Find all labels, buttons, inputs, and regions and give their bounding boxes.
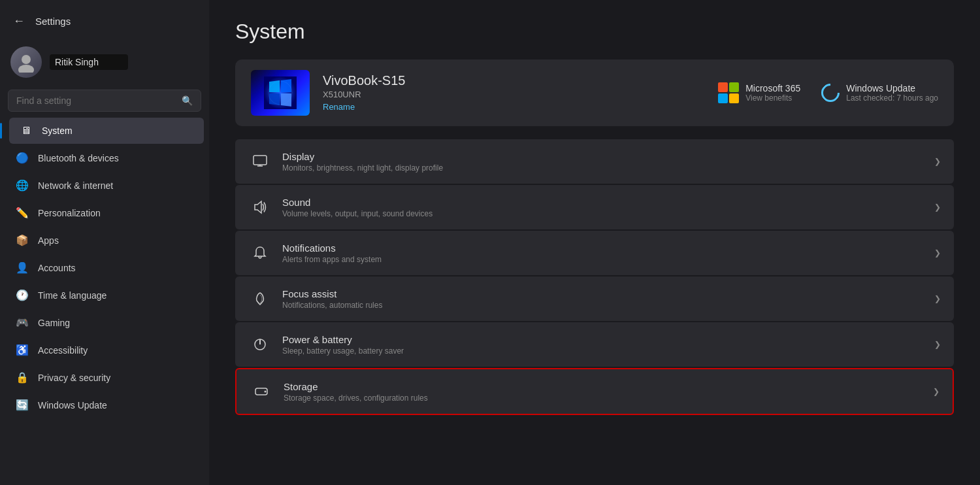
sidebar-title: Settings (35, 16, 71, 27)
pc-name: VivoBook-S15 (323, 73, 705, 88)
avatar-image (10, 46, 42, 78)
user-name[interactable]: Ritik Singh (50, 54, 128, 70)
back-button[interactable]: ← (10, 12, 27, 31)
microsoft365-sub[interactable]: View benefits (745, 93, 800, 103)
svg-rect-4 (253, 156, 267, 165)
sidebar-item-apps[interactable]: 📦 Apps (5, 227, 204, 254)
bluetooth-icon: 🔵 (16, 152, 29, 164)
sidebar-item-label-accessibility: Accessibility (38, 345, 88, 356)
windows-update-icon: 🔄 (16, 399, 29, 411)
notifications-icon (248, 241, 272, 265)
avatar (10, 46, 42, 78)
windows-update-text: Windows Update Last checked: 7 hours ago (846, 83, 938, 103)
setting-display-name: Display (282, 151, 934, 162)
microsoft365-text: Microsoft 365 View benefits (745, 83, 800, 103)
setting-item-focus-assist[interactable]: Focus assist Notifications, automatic ru… (235, 276, 954, 321)
settings-list: Display Monitors, brightness, night ligh… (235, 139, 954, 415)
storage-icon (250, 380, 273, 403)
setting-item-power[interactable]: Power & battery Sleep, battery usage, ba… (235, 322, 954, 367)
pc-info: VivoBook-S15 X510UNR Rename (323, 73, 705, 112)
power-icon (248, 333, 272, 356)
apps-icon: 📦 (16, 234, 29, 246)
sidebar-item-label-time: Time & language (38, 290, 106, 301)
svg-point-1 (18, 65, 34, 73)
page-title: System (235, 20, 954, 44)
setting-item-notifications[interactable]: Notifications Alerts from apps and syste… (235, 231, 954, 275)
search-icon: 🔍 (182, 95, 193, 106)
setting-sound-name: Sound (282, 197, 934, 208)
sidebar-item-network[interactable]: 🌐 Network & internet (5, 172, 204, 199)
sidebar-item-label-apps: Apps (38, 235, 59, 246)
sidebar-item-time[interactable]: 🕐 Time & language (5, 282, 204, 309)
setting-storage-text: Storage Storage space, drives, configura… (284, 381, 933, 403)
accounts-icon: 👤 (16, 261, 29, 274)
chevron-icon: ❯ (934, 340, 941, 349)
sidebar-item-accessibility[interactable]: ♿ Accessibility (5, 337, 204, 363)
pc-rename-link[interactable]: Rename (323, 102, 355, 112)
sidebar-item-label-bluetooth: Bluetooth & devices (38, 153, 119, 163)
personalization-icon: ✏️ (16, 207, 29, 219)
nav-item-wrapper-system: 🖥 System (0, 118, 209, 144)
sidebar-item-label-personalization: Personalization (38, 208, 101, 218)
nav-list: 🖥 System 🔵 Bluetooth & devices 🌐 Network… (0, 117, 209, 419)
focus-assist-icon (248, 287, 272, 310)
search-input[interactable] (16, 95, 176, 106)
setting-sound-text: Sound Volume levels, output, input, soun… (282, 197, 934, 218)
setting-focus-desc: Notifications, automatic rules (282, 301, 934, 310)
active-indicator (0, 123, 2, 139)
sidebar-item-label-network: Network & internet (38, 180, 113, 191)
setting-item-display[interactable]: Display Monitors, brightness, night ligh… (235, 139, 954, 184)
svg-rect-2 (264, 76, 297, 109)
system-icon: 🖥 (20, 125, 33, 137)
svg-point-11 (265, 391, 267, 393)
chevron-icon: ❯ (934, 294, 941, 303)
sidebar-item-gaming[interactable]: 🎮 Gaming (5, 309, 204, 336)
setting-storage-name: Storage (284, 381, 933, 392)
sidebar-item-label-accounts: Accounts (38, 263, 76, 273)
user-section: Ritik Singh (0, 40, 209, 87)
pc-links: Microsoft 365 View benefits Windows Upda… (718, 82, 938, 103)
setting-power-desc: Sleep, battery usage, battery saver (282, 346, 934, 356)
windows-update-sub: Last checked: 7 hours ago (846, 93, 938, 103)
sidebar-item-bluetooth[interactable]: 🔵 Bluetooth & devices (5, 144, 204, 171)
windows-logo-icon (264, 76, 297, 109)
setting-notifications-name: Notifications (282, 242, 934, 254)
display-icon (248, 150, 272, 173)
chevron-icon: ❯ (934, 157, 941, 166)
search-box[interactable]: 🔍 (8, 90, 201, 112)
sidebar-item-windows-update[interactable]: 🔄 Windows Update (5, 392, 204, 418)
setting-item-storage[interactable]: Storage Storage space, drives, configura… (235, 368, 954, 415)
sidebar-header: ← Settings (0, 0, 209, 40)
svg-point-0 (22, 55, 31, 64)
setting-power-name: Power & battery (282, 334, 934, 345)
sidebar-item-accounts[interactable]: 👤 Accounts (5, 254, 204, 281)
sidebar: ← Settings Ritik Singh 🔍 🖥 System (0, 0, 209, 485)
accessibility-icon: ♿ (16, 344, 29, 356)
windows-update-block: Windows Update Last checked: 7 hours ago (821, 83, 938, 103)
sidebar-item-label-gaming: Gaming (38, 318, 70, 328)
chevron-icon: ❯ (934, 248, 941, 258)
microsoft365-icon (718, 82, 739, 103)
sidebar-item-label-system: System (42, 125, 73, 136)
windows-update-spin-icon (817, 80, 843, 106)
pc-info-card: VivoBook-S15 X510UNR Rename Microsoft 36… (235, 59, 954, 126)
gaming-icon: 🎮 (16, 316, 29, 329)
sidebar-item-personalization[interactable]: ✏️ Personalization (5, 199, 204, 226)
sidebar-item-label-privacy: Privacy & security (38, 373, 110, 383)
setting-item-sound[interactable]: Sound Volume levels, output, input, soun… (235, 185, 954, 229)
setting-focus-name: Focus assist (282, 288, 934, 299)
time-icon: 🕐 (16, 289, 29, 301)
chevron-icon: ❯ (933, 387, 939, 396)
setting-display-desc: Monitors, brightness, night light, displ… (282, 163, 934, 173)
privacy-icon: 🔒 (16, 371, 29, 384)
network-icon: 🌐 (16, 179, 29, 192)
setting-notifications-desc: Alerts from apps and system (282, 255, 934, 264)
pc-model: X510UNR (323, 90, 705, 99)
svg-marker-7 (255, 201, 261, 213)
setting-sound-desc: Volume levels, output, input, sound devi… (282, 209, 934, 218)
setting-focus-text: Focus assist Notifications, automatic ru… (282, 288, 934, 310)
setting-display-text: Display Monitors, brightness, night ligh… (282, 151, 934, 173)
sidebar-item-system[interactable]: 🖥 System (9, 118, 204, 144)
sidebar-item-privacy[interactable]: 🔒 Privacy & security (5, 364, 204, 391)
microsoft365-title: Microsoft 365 (745, 83, 800, 93)
